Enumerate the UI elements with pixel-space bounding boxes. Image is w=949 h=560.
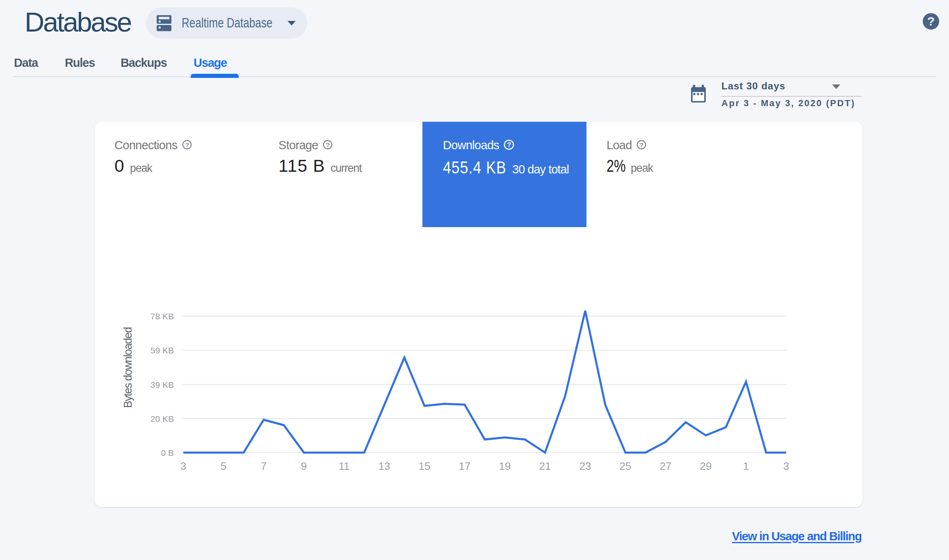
svg-text:9: 9 — [301, 460, 307, 472]
svg-text:20 KB: 20 KB — [151, 414, 174, 423]
svg-text:25: 25 — [620, 460, 632, 472]
svg-text:17: 17 — [459, 460, 471, 472]
svg-text:29: 29 — [700, 460, 712, 472]
svg-text:21: 21 — [539, 460, 551, 472]
svg-text:Bytes downloaded: Bytes downloaded — [122, 327, 134, 408]
svg-text:1: 1 — [743, 460, 749, 472]
svg-text:3: 3 — [180, 460, 186, 472]
svg-text:13: 13 — [379, 460, 390, 472]
svg-text:23: 23 — [579, 460, 591, 472]
svg-text:78 KB: 78 KB — [151, 312, 174, 321]
svg-text:19: 19 — [499, 460, 511, 472]
svg-text:5: 5 — [221, 460, 226, 472]
svg-text:3: 3 — [783, 460, 789, 472]
svg-text:15: 15 — [419, 460, 431, 472]
svg-text:0 B: 0 B — [161, 448, 174, 458]
svg-text:39 KB: 39 KB — [151, 380, 174, 389]
svg-text:27: 27 — [660, 460, 672, 472]
svg-text:11: 11 — [339, 460, 350, 472]
svg-text:59 KB: 59 KB — [151, 346, 174, 355]
svg-text:7: 7 — [261, 460, 267, 472]
